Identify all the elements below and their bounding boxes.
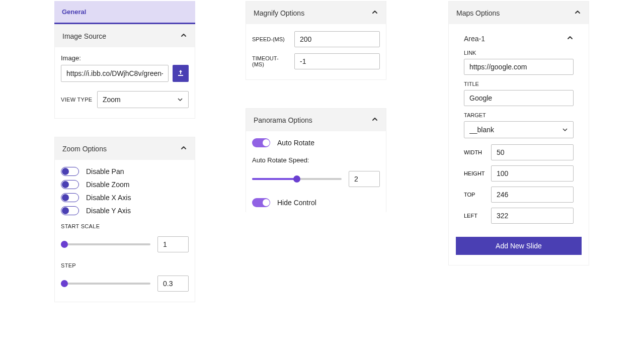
timeout-input[interactable] (294, 53, 380, 69)
toggle-label: Disable X Axis (86, 194, 131, 202)
panel-panorama-options: Panorama Options Auto Rotate Auto Rotate… (246, 108, 386, 212)
width-label: WIDTH (464, 149, 486, 155)
panel-zoom-options: Zoom Options Disable Pan Disable Zoom Di… (54, 137, 195, 302)
start-scale-slider[interactable] (61, 243, 150, 245)
upload-icon (177, 69, 185, 78)
toggle-hide-control[interactable] (252, 198, 270, 207)
panel-magnify-options: Magnify Options SPEED-(MS) TIMEOUT-(MS) (246, 1, 386, 80)
height-label: HEIGHT (464, 170, 486, 176)
chevron-up-icon (180, 144, 187, 153)
tab-general[interactable]: General (54, 1, 195, 24)
toggle-label: Disable Y Axis (86, 207, 131, 215)
step-slider[interactable] (61, 283, 150, 285)
panel-title: Image Source (62, 32, 106, 40)
toggle-disable-x[interactable] (61, 193, 79, 202)
chevron-up-icon (567, 34, 574, 43)
panel-title: Magnify Options (254, 9, 304, 17)
image-url-input[interactable] (61, 65, 169, 82)
upload-button[interactable] (173, 65, 189, 82)
speed-input[interactable] (294, 31, 380, 47)
panel-header-image-source[interactable]: Image Source (55, 25, 195, 47)
left-label: LEFT (464, 213, 486, 219)
toggle-disable-zoom[interactable] (61, 180, 79, 189)
image-label: Image: (61, 54, 189, 62)
panel-title: Maps Options (456, 9, 500, 17)
panel-header-magnify[interactable]: Magnify Options (246, 2, 386, 24)
link-label: LINK (464, 50, 574, 56)
auto-rotate-slider[interactable] (252, 178, 342, 180)
panel-title: Zoom Options (62, 145, 107, 153)
step-input[interactable] (157, 276, 189, 292)
timeout-label: TIMEOUT-(MS) (252, 55, 288, 67)
link-input[interactable] (464, 59, 574, 75)
toggle-label: Disable Pan (86, 167, 124, 175)
speed-label: SPEED-(MS) (252, 36, 288, 42)
toggle-auto-rotate[interactable] (252, 138, 270, 147)
step-label: STEP (61, 262, 189, 268)
area-header[interactable]: Area-1 (449, 29, 589, 48)
auto-rotate-input[interactable] (349, 171, 380, 187)
width-input[interactable] (491, 144, 574, 160)
toggle-disable-y[interactable] (61, 206, 79, 215)
toggle-label: Auto Rotate (277, 139, 314, 147)
add-new-slide-button[interactable]: Add New Slide (456, 237, 582, 255)
toggle-label: Disable Zoom (86, 180, 129, 189)
view-type-label: VIEW TYPE (61, 97, 93, 103)
view-type-select[interactable]: Zoom (97, 91, 189, 108)
chevron-up-icon (371, 116, 378, 124)
title-label: TITLE (464, 81, 574, 87)
panel-title: Panorama Options (254, 116, 312, 124)
auto-rotate-speed-label: Auto Rotate Speed: (252, 156, 380, 164)
top-label: TOP (464, 192, 486, 198)
title-input[interactable] (464, 90, 574, 106)
target-select[interactable]: __blank (464, 121, 574, 138)
panel-header-panorama[interactable]: Panorama Options (246, 109, 386, 131)
left-input[interactable] (491, 208, 574, 224)
chevron-up-icon (371, 9, 378, 17)
toggle-label: Hide Control (277, 199, 316, 207)
target-label: TARGET (464, 112, 574, 118)
start-scale-input[interactable] (157, 236, 189, 252)
panel-maps-options: Maps Options Area-1 LINK TITLE TARGET (448, 1, 589, 265)
height-input[interactable] (491, 165, 574, 182)
toggle-disable-pan[interactable] (61, 167, 79, 176)
start-scale-label: START SCALE (61, 223, 189, 229)
top-input[interactable] (491, 187, 574, 203)
panel-header-maps[interactable]: Maps Options (449, 2, 589, 24)
area-title: Area-1 (464, 35, 485, 43)
chevron-up-icon (180, 32, 187, 40)
panel-header-zoom[interactable]: Zoom Options (55, 137, 195, 160)
panel-image-source: Image Source Image: VIEW TYPE Zoom (54, 24, 195, 119)
chevron-up-icon (574, 9, 581, 17)
